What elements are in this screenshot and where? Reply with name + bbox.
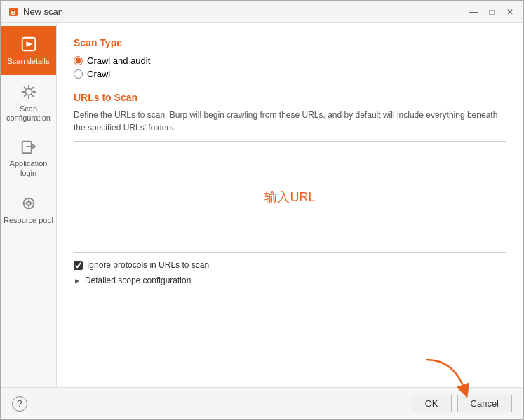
ignore-protocols-checkbox[interactable]: [74, 261, 83, 270]
content-area: Scan Type Crawl and audit Crawl URLs to …: [57, 23, 523, 387]
sidebar-item-application-login[interactable]: Application login: [1, 130, 56, 184]
sidebar-label-application-login: Application login: [4, 159, 53, 177]
radio-crawl-audit-label: Crawl and audit: [87, 55, 150, 66]
main-content: Scan details Scan configuration: [1, 23, 523, 387]
main-window: B New scan — □ ✕ Scan details: [0, 0, 524, 420]
radio-crawl-audit-input[interactable]: [74, 56, 83, 65]
scan-details-icon: [19, 34, 39, 54]
help-button[interactable]: ?: [12, 396, 27, 412]
cancel-button[interactable]: Cancel: [457, 395, 512, 412]
sidebar-item-scan-details[interactable]: Scan details: [1, 26, 56, 75]
scan-type-radio-group: Crawl and audit Crawl: [74, 55, 506, 79]
scan-type-title: Scan Type: [74, 37, 506, 48]
sidebar-item-resource-pool[interactable]: Resource pool: [1, 185, 56, 234]
chevron-right-icon: ►: [74, 277, 81, 285]
maximize-button[interactable]: □: [485, 6, 498, 18]
sidebar-label-resource-pool: Resource pool: [4, 216, 53, 225]
svg-marker-3: [26, 42, 32, 47]
window-title: New scan: [23, 6, 467, 17]
urls-title: URLs to Scan: [74, 92, 506, 103]
minimize-button[interactable]: —: [467, 6, 480, 18]
ignore-protocols-label: Ignore protocols in URLs to scan: [87, 260, 209, 270]
footer-buttons: OK Cancel: [412, 395, 512, 412]
ignore-protocols-row[interactable]: Ignore protocols in URLs to scan: [74, 260, 506, 270]
url-input-area[interactable]: 输入URL: [74, 141, 506, 253]
sidebar-label-scan-configuration: Scan configuration: [4, 104, 53, 123]
svg-text:B: B: [11, 9, 16, 16]
svg-point-8: [27, 201, 31, 205]
app-icon: B: [8, 6, 19, 18]
close-button[interactable]: ✕: [504, 6, 516, 18]
radio-crawl-audit[interactable]: Crawl and audit: [74, 55, 506, 66]
resource-pool-icon: [19, 194, 39, 213]
svg-rect-5: [22, 142, 31, 154]
window-controls: — □ ✕: [467, 6, 516, 18]
scan-configuration-icon: [19, 82, 39, 102]
sidebar: Scan details Scan configuration: [1, 23, 57, 387]
scope-config-row[interactable]: ► Detailed scope configuration: [74, 276, 506, 285]
scope-config-label: Detailed scope configuration: [85, 276, 191, 285]
radio-crawl-label: Crawl: [87, 69, 110, 79]
radio-crawl[interactable]: Crawl: [74, 69, 506, 79]
sidebar-label-scan-details: Scan details: [8, 57, 50, 66]
svg-point-4: [25, 88, 32, 95]
urls-description: Define the URLs to scan. Burp will begin…: [74, 109, 506, 134]
sidebar-item-scan-configuration[interactable]: Scan configuration: [1, 75, 56, 130]
footer: ? OK Cancel: [1, 387, 523, 419]
titlebar: B New scan — □ ✕: [1, 1, 523, 23]
ok-button[interactable]: OK: [412, 395, 452, 412]
application-login-icon: [19, 137, 39, 156]
url-placeholder-text: 输入URL: [264, 189, 315, 205]
radio-crawl-input[interactable]: [74, 69, 83, 79]
